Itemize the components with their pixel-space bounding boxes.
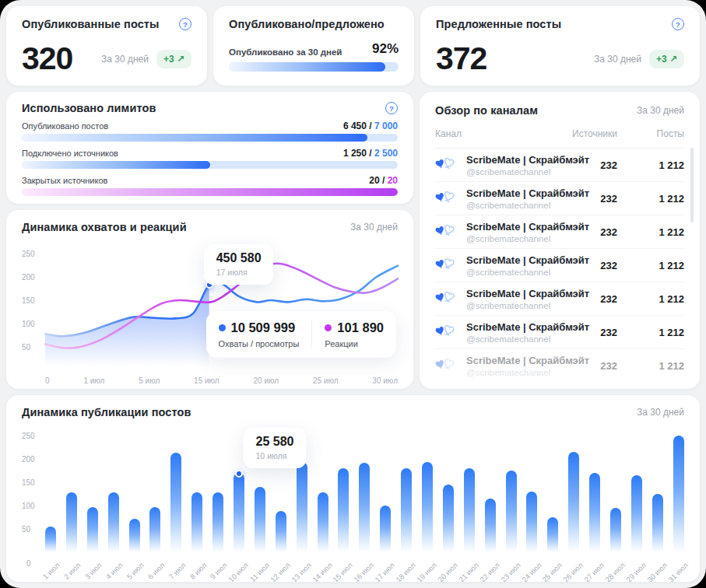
column-posts: Посты xyxy=(617,128,684,139)
x-tick-label: 10 июл xyxy=(227,561,250,582)
bar[interactable] xyxy=(276,511,286,552)
x-tick-label: 15 июл xyxy=(332,561,355,582)
channel-sources: 232 xyxy=(550,159,617,171)
bar[interactable] xyxy=(506,471,517,552)
x-tick-slot: 24 июл xyxy=(526,555,537,582)
line-chart-plot[interactable]: 450 580 17 июля 10 509 999 Охваты / прос… xyxy=(45,254,398,370)
help-icon[interactable]: ? xyxy=(385,102,398,114)
x-tick-slot: 31 июл xyxy=(673,555,684,582)
dashboard-page: Опубликованные посты ? 320 За 30 дней +3… xyxy=(0,0,706,588)
bar[interactable] xyxy=(108,492,119,552)
bar[interactable] xyxy=(213,492,223,552)
limit-value: 1 250 / 2 500 xyxy=(343,148,398,159)
channel-identity: ScribeMate | Скрайбмэйт@scribematechanne… xyxy=(435,221,550,243)
bar[interactable] xyxy=(610,508,621,552)
limit-row-header: Опубликовано постов6 450 / 7 000 xyxy=(22,121,398,131)
bar[interactable] xyxy=(234,473,244,552)
bar[interactable] xyxy=(631,475,642,552)
bar[interactable] xyxy=(673,436,684,552)
channel-posts: 1 212 xyxy=(617,293,684,305)
delta-badge: +3 ↗ xyxy=(156,50,191,68)
x-tick-label: 11 июл xyxy=(248,561,270,582)
bar[interactable] xyxy=(149,507,160,552)
bar[interactable] xyxy=(129,519,140,552)
x-tick-slot: 7 июл xyxy=(170,555,181,582)
y-tick-label: 150 xyxy=(22,478,40,487)
x-tick-label: 23 июл xyxy=(499,561,522,582)
bar[interactable] xyxy=(318,492,328,552)
reach-legend-dot xyxy=(219,324,226,331)
bar[interactable] xyxy=(485,499,496,552)
x-tick-slot: 11 июл xyxy=(255,555,265,582)
limit-label: Опубликовано постов xyxy=(22,121,108,131)
channel-avatar-icon xyxy=(435,155,458,176)
help-icon[interactable]: ? xyxy=(672,18,684,30)
channel-identity: ScribeMate | Скрайбмэйт@scribematechanne… xyxy=(435,154,550,177)
channel-row[interactable]: ScribeMate | Скрайбмэйт@scribematechanne… xyxy=(435,282,684,316)
progress-fill xyxy=(22,134,367,142)
bar[interactable] xyxy=(547,517,558,552)
reach-total: 10 509 999 xyxy=(231,320,296,335)
y-tick-label: 200 xyxy=(22,273,40,282)
bar[interactable] xyxy=(568,452,579,552)
channel-identity: ScribeMate | Скрайбмэйт@scribematechanne… xyxy=(435,187,550,210)
x-tick-slot: 18 июл xyxy=(401,555,412,582)
limit-total: 20 xyxy=(388,175,398,186)
bar[interactable] xyxy=(526,492,537,552)
top-stats-row: Опубликованные посты ? 320 За 30 дней +3… xyxy=(6,6,700,86)
bar[interactable] xyxy=(297,462,307,552)
bar[interactable] xyxy=(443,485,454,552)
bar-chart-tooltip: 25 580 10 июля xyxy=(244,428,307,468)
bar[interactable] xyxy=(338,468,349,552)
bar[interactable] xyxy=(255,487,265,552)
highlighted-bar-dot[interactable] xyxy=(235,470,243,478)
bar-chart-title: Динамика публикации постов xyxy=(22,406,191,418)
bar[interactable] xyxy=(359,463,370,552)
limit-value: 6 450 / 7 000 xyxy=(343,121,398,131)
x-tick-label: 5 июл xyxy=(139,376,160,385)
x-tick-label: 26 июл xyxy=(561,561,585,582)
bar-chart-plot[interactable]: 25 580 10 июля 25020015010050 xyxy=(45,436,684,552)
bar[interactable] xyxy=(589,473,600,552)
x-tick-label: 24 июл xyxy=(520,561,543,582)
published-posts-value: 320 xyxy=(22,43,72,75)
scrollbar-thumb[interactable] xyxy=(690,148,694,222)
bar[interactable] xyxy=(464,468,475,552)
x-tick-label: 17 июл xyxy=(373,561,396,582)
bar[interactable] xyxy=(170,453,181,552)
x-tick-label: 1 июл xyxy=(41,561,61,581)
bar[interactable] xyxy=(45,527,56,552)
x-tick-slot: 3 июл xyxy=(87,555,98,582)
progress-fill xyxy=(22,161,210,169)
bar[interactable] xyxy=(87,507,98,552)
channel-row[interactable]: ScribeMate | Скрайбмэйт@scribematechanne… xyxy=(435,182,684,215)
channel-posts: 1 212 xyxy=(617,193,684,205)
bar[interactable] xyxy=(422,462,433,552)
tooltip-date: 10 июля xyxy=(256,451,294,460)
bars-container xyxy=(45,436,684,552)
bar[interactable] xyxy=(380,506,391,552)
help-icon[interactable]: ? xyxy=(179,18,191,30)
channel-row[interactable]: ScribeMate | Скрайбмэйт@scribematechanne… xyxy=(435,249,684,282)
bar[interactable] xyxy=(191,492,202,552)
bar[interactable] xyxy=(401,468,412,552)
channel-posts: 1 212 xyxy=(617,360,684,372)
channels-overview-card: Обзор по каналам За 30 дней Канал Источн… xyxy=(420,92,700,389)
x-tick-label: 28 июл xyxy=(603,561,627,582)
channel-row[interactable]: ScribeMate | Скрайбмэйт@scribematechanne… xyxy=(435,149,684,182)
channel-row[interactable]: ScribeMate | Скрайбмэйт@scribematechanne… xyxy=(435,349,684,383)
channel-row[interactable]: ScribeMate | Скрайбмэйт@scribematechanne… xyxy=(435,215,684,249)
channel-row[interactable]: ScribeMate | Скрайбмэйт@scribematechanne… xyxy=(435,316,684,349)
x-tick-label: 8 июл xyxy=(188,561,208,581)
x-tick-slot: 26 июл xyxy=(568,555,579,582)
x-tick-slot: 13 июл xyxy=(297,555,307,582)
bar[interactable] xyxy=(652,494,663,552)
y-tick-label: 50 xyxy=(22,343,40,352)
channel-sources: 232 xyxy=(550,327,617,338)
bar[interactable] xyxy=(66,492,77,552)
line-chart-x-axis: 01 июл5 июл15 июл20 июл25 июл30 июл xyxy=(45,376,398,385)
proposed-posts-card: Предложенные посты ? 372 За 30 дней +3 ↗ xyxy=(420,6,700,86)
x-tick-label: 27 июл xyxy=(582,561,606,582)
x-tick-label: 9 июл xyxy=(209,561,229,581)
x-tick-label: 30 июл xyxy=(372,376,398,385)
